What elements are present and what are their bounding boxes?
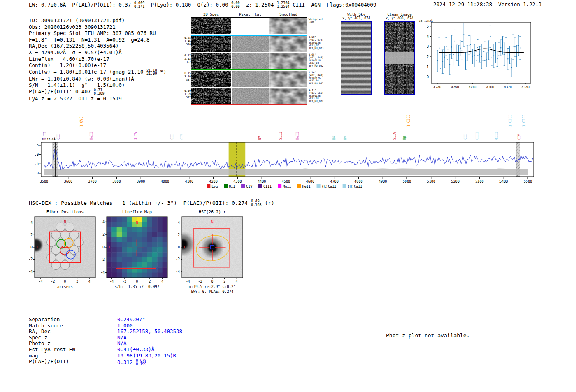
panel-xlabel: s/b: -1.35 +/- 0.097 xyxy=(115,285,159,289)
cutout-row: 0.091.693771.44"(403, 665)20200126v023_0… xyxy=(183,88,335,105)
svg-text:4240: 4240 xyxy=(433,86,441,89)
cutout-cell-flat xyxy=(232,53,269,70)
legend-swatch xyxy=(297,184,301,188)
cutout-right-labels: 0.58"(403, 674)20200126v023_02307_RU_073 xyxy=(309,36,334,50)
row-label: Spec z xyxy=(29,335,117,341)
table-row: Est LyA rest-EW0.41(±0.33)Å xyxy=(29,347,182,353)
svg-text:4: 4 xyxy=(178,221,180,225)
full-spectrum-chart: 3500360037003800390040004100420043004400… xyxy=(35,114,540,193)
svg-text:2: 2 xyxy=(76,280,78,283)
svg-text:3500: 3500 xyxy=(40,179,48,183)
svg-text:4: 4 xyxy=(236,280,238,283)
north-label: N xyxy=(64,220,66,224)
clean-image-title: Clean Image xyxy=(377,12,422,16)
row-value: 167.252158, 50.403538 xyxy=(117,329,182,335)
svg-text:2.5: 2.5 xyxy=(35,162,39,166)
emission-line-label: Hδ xyxy=(332,136,336,140)
svg-text:5.0: 5.0 xyxy=(35,153,39,157)
info-line-text: LyA z = 2.5322 OII z = 0.1519 xyxy=(29,95,122,102)
info-line: Cont(w) = 1.80(±0.01)e-17 (gmag 21.10 21… xyxy=(29,69,166,76)
clean-image-panel: Clean Image x, y: 403, 674 xyxy=(377,12,422,95)
svg-text:-2: -2 xyxy=(28,257,33,261)
text: N/A xyxy=(117,340,127,346)
cutout-cell-spec xyxy=(191,71,231,87)
svg-text:0: 0 xyxy=(427,75,429,79)
cutout-left-value: 0.28 xyxy=(183,36,191,39)
table-row: Photo zN/A xyxy=(29,341,182,347)
svg-text:1: 1 xyxy=(427,65,429,69)
fraction-lower: 21.09 xyxy=(146,72,157,76)
cutout-left-value: 0.17 xyxy=(183,54,191,57)
stacked-fraction: 0.710.309 xyxy=(94,88,105,95)
info-line-text: LineFlux = 4.60(±3.70)e-17 xyxy=(29,56,109,62)
legend-label: CIII xyxy=(263,184,272,188)
text: S/N = 1.4(±1.1) χ² = 1.5(±0.0) xyxy=(29,82,125,88)
cutout-cell-smooth xyxy=(269,53,307,70)
legend-swatch xyxy=(343,184,346,188)
svg-text:5: 5 xyxy=(427,25,429,28)
row-value-text: 0.249307" xyxy=(117,316,145,322)
info-line: Cont(n) = 1.20(±0.00)e-17 xyxy=(29,62,166,69)
text: 19.98(19.83,20.15)R xyxy=(117,353,176,359)
header-segment: EW: 0.7±0.6Å P(LAE)/P(OII): 0.37 0.6090.… xyxy=(29,2,144,8)
emission-line-label: CII xyxy=(464,134,467,140)
info-line-text: EWr = 1.10(±0.84) (w: 0.00(±nan))Å xyxy=(29,76,134,82)
stacked-fraction: 0.490.168 xyxy=(251,199,262,206)
info-line: LyA z = 2.5322 OII z = 0.1519 xyxy=(29,95,166,102)
panel-xlabel: m:19.5 re:2.9" s:0.2" xyxy=(189,285,236,289)
emission-line-label: HeII xyxy=(296,132,300,140)
table-row: RA, Dec167.252158, 50.403538 xyxy=(29,329,182,335)
svg-text:3800: 3800 xyxy=(112,179,121,183)
panel-xlabel2: EWr: 0. PLAE: 0.274 xyxy=(191,290,234,294)
cutout-left-value: 3.10 xyxy=(183,75,191,78)
legend-label: (K)CaII xyxy=(322,184,337,188)
stacked-fraction: 0.6790.199 xyxy=(136,359,146,366)
svg-text:2: 2 xyxy=(30,233,33,237)
svg-text:-4: -4 xyxy=(39,280,43,283)
full-spectrum-svg: 3500360037003800390040004100420043004400… xyxy=(35,114,540,191)
info-line-text: Cont(w) = 1.80(±0.01)e-17 (gmag 21.10 21… xyxy=(29,69,166,75)
svg-text:-4: -4 xyxy=(28,270,33,274)
cutout-col-title-2dspec: 2D Spec xyxy=(191,12,231,16)
cutout-right-label: Sum xyxy=(309,21,334,24)
info-line: λ = 4294.02Å σ = 9.57(±4.01)Å xyxy=(29,49,166,56)
row-value-text: 1.000 xyxy=(117,322,133,329)
svg-text:3900: 3900 xyxy=(137,179,145,183)
svg-text:4700: 4700 xyxy=(330,179,338,183)
info-line: F=1.8" T=0.131 N̄=1.31 A=0.92 g=24.8 xyxy=(29,37,166,43)
text: ID: 3090131721 (3090131721.pdf) xyxy=(29,17,125,23)
info-line-text: P(LAE)/P(OII): 0.407 0.710.309 xyxy=(29,88,105,95)
info-line-text: Cont(n) = 1.20(±0.00)e-17 xyxy=(29,62,106,68)
cutout-left-value: 0.15 xyxy=(183,72,191,75)
emission-line-label: } OVI xyxy=(80,117,84,127)
timestamp: 2024-12-29 11:28:38 Version 1.22.3 xyxy=(433,1,541,7)
svg-text:0: 0 xyxy=(178,246,180,249)
legend-swatch xyxy=(278,184,281,188)
cutout-left-value: 357 xyxy=(183,78,191,81)
svg-text:-4: -4 xyxy=(100,271,105,274)
emission-line-label: HeII xyxy=(90,132,93,140)
panel-xlabel: arcsecs xyxy=(57,285,73,289)
cutout-cell-blank xyxy=(232,18,269,35)
table-row: Match score1.000 xyxy=(29,323,182,329)
svg-text:4900: 4900 xyxy=(379,179,387,183)
cutout-left-values: 0.091.69377 xyxy=(183,89,191,99)
cutout-cell-spec xyxy=(191,35,231,52)
cutout-row: 0.153.103571.14"(402, 848)20200126v023_0… xyxy=(183,71,335,87)
info-line-text: Obs: 20200126v023_3090131721 xyxy=(29,24,116,30)
cutout-left-value: 377 xyxy=(183,96,191,99)
cutout-row: WeightedSum xyxy=(183,18,335,34)
north-label: N xyxy=(136,220,138,225)
info-line: Primary Spec_Slot_IFU_AMP: 307_085_076_R… xyxy=(29,30,166,37)
svg-text:-2: -2 xyxy=(51,280,55,283)
clean-image xyxy=(384,21,415,95)
info-line: LineFlux = 4.60(±3.70)e-17 xyxy=(29,56,166,63)
stacked-fraction: 0.6090.241 xyxy=(134,1,145,8)
svg-text:1e-17x2Å: 1e-17x2Å xyxy=(419,19,433,23)
cutout-right-label: 307_RU_092 xyxy=(309,82,334,85)
catalog-match-table: Separation0.249307"Match score1.000RA, D… xyxy=(29,317,182,366)
legend-swatch xyxy=(317,184,321,188)
svg-text:5400: 5400 xyxy=(499,179,508,183)
text: EWr = 1.10(±0.84) (w: 0.00(±nan))Å xyxy=(29,76,134,82)
info-line-text: ID: 3090131721 (3090131721.pdf) xyxy=(29,17,125,23)
